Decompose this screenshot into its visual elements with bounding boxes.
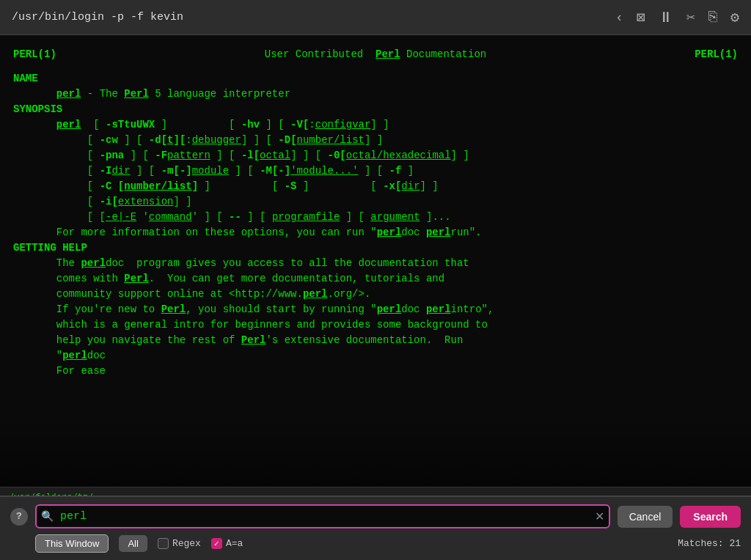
scope-this-window-button[interactable]: This Window: [35, 534, 109, 553]
titlebar: /usr/bin/login -p -f kevin ‹ ⊠ ⏸ ✂ ⎘ ⚙: [0, 0, 751, 35]
synopsis-line1: perl [ -sTtuUWX ] [ -hv ] [ -V[:configva…: [13, 117, 738, 133]
cut-icon[interactable]: ✂: [686, 8, 695, 26]
search-input[interactable]: [35, 504, 610, 528]
name-content: perl - The Perl 5 language interpreter: [13, 86, 738, 102]
perl-man-right: PERL(1): [695, 47, 738, 62]
search-row-main: ? 🔍 ✕ Cancel Search: [10, 504, 741, 528]
pause-icon[interactable]: ⏸: [659, 9, 673, 26]
share-icon[interactable]: ⎘: [708, 9, 717, 26]
regex-checkbox[interactable]: [158, 538, 169, 549]
synopsis-line6: [ -i[extension] ]: [13, 194, 738, 210]
titlebar-title: /usr/bin/login -p -f kevin: [12, 11, 183, 23]
synopsis-line3: [ -pna ] [ -Fpattern ] [ -l[octal] ] [ -…: [13, 148, 738, 163]
help-line7: "perldoc: [13, 348, 738, 364]
options-info: For more information on these options, y…: [13, 225, 738, 240]
scope-all-button[interactable]: All: [119, 535, 147, 552]
terminal-header: PERL(1) User Contributed Perl Documentat…: [13, 47, 738, 62]
case-checkbox[interactable]: ✓: [211, 538, 222, 549]
synopsis-line4: [ -Idir ] [ -m[-]module ] [ -M[-]'module…: [13, 163, 738, 179]
synopsis-line7: [ [-e|-E 'command' ] [ -- ] [ programfil…: [13, 210, 738, 225]
titlebar-controls: ‹ ⊠ ⏸ ✂ ⎘ ⚙: [615, 8, 739, 26]
help-line1: The perldoc program gives you access to …: [13, 256, 738, 271]
settings-icon[interactable]: ⚙: [730, 8, 739, 26]
search-button[interactable]: Search: [680, 506, 741, 528]
search-help-button[interactable]: ?: [10, 508, 28, 526]
cancel-button[interactable]: Cancel: [618, 506, 673, 528]
regex-label: Regex: [172, 538, 201, 549]
matches-count: Matches: 21: [678, 538, 741, 549]
close-icon[interactable]: ⊠: [637, 8, 645, 26]
section-getting-help: GETTING HELP: [13, 240, 738, 256]
synopsis-line5: [ -C [number/list] ] [ -S ] [ -x[dir] ]: [13, 179, 738, 194]
back-icon[interactable]: ‹: [615, 10, 623, 25]
help-line2: comes with Perl. You can get more docume…: [13, 271, 738, 287]
help-line3: community support online at <http://www.…: [13, 287, 738, 302]
section-name: NAME: [13, 71, 738, 86]
help-line4: If you're new to Perl, you should start …: [13, 302, 738, 317]
terminal-window: PERL(1) User Contributed Perl Documentat…: [0, 35, 751, 487]
help-line6: help you navigate the rest of Perl's ext…: [13, 333, 738, 348]
search-bar: ? 🔍 ✕ Cancel Search This Window All Rege…: [0, 495, 751, 560]
search-clear-button[interactable]: ✕: [595, 511, 604, 523]
case-label: A=a: [226, 538, 243, 549]
help-line5: which is a general intro for beginners a…: [13, 317, 738, 333]
perl-man-center: User Contributed Perl Documentation: [265, 47, 486, 62]
search-input-wrapper: 🔍 ✕: [35, 504, 610, 528]
help-line8: For ease: [13, 364, 738, 379]
section-synopsis: SYNOPSIS: [13, 102, 738, 117]
regex-option[interactable]: Regex: [158, 538, 201, 549]
synopsis-line2: [ -cw ] [ -d[t][:debugger] ] [ -D[number…: [13, 133, 738, 148]
case-option[interactable]: ✓ A=a: [211, 538, 243, 549]
search-row-options: This Window All Regex ✓ A=a Matches: 21: [10, 534, 741, 553]
search-dim-overlay: [0, 413, 751, 487]
perl-man-left: PERL(1): [13, 47, 56, 62]
